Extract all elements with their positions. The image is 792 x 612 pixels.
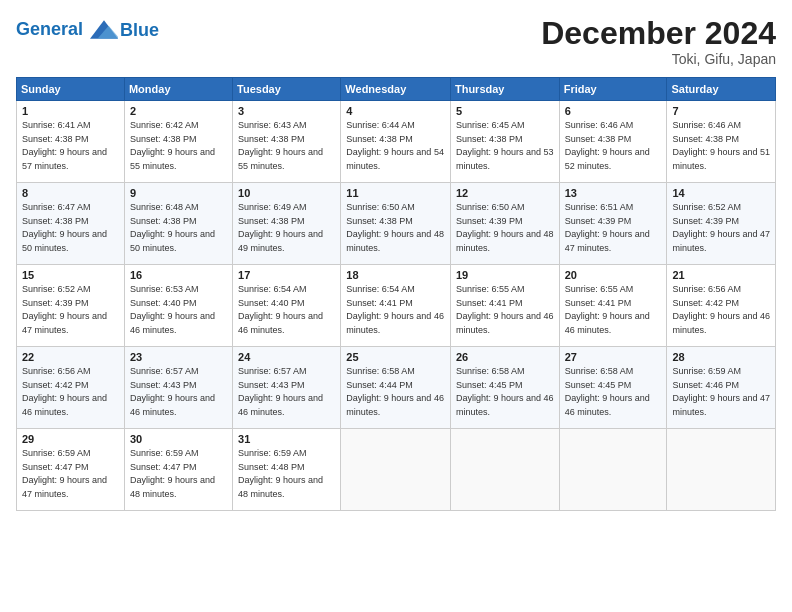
day-info: Sunrise: 6:54 AM Sunset: 4:41 PM Dayligh… — [346, 283, 445, 337]
table-row: 21 Sunrise: 6:56 AM Sunset: 4:42 PM Dayl… — [667, 265, 776, 347]
day-number: 30 — [130, 433, 227, 445]
day-number: 21 — [672, 269, 770, 281]
day-info: Sunrise: 6:59 AM Sunset: 4:48 PM Dayligh… — [238, 447, 335, 501]
day-number: 8 — [22, 187, 119, 199]
table-row: 9 Sunrise: 6:48 AM Sunset: 4:38 PM Dayli… — [124, 183, 232, 265]
day-number: 14 — [672, 187, 770, 199]
calendar-week-row: 29 Sunrise: 6:59 AM Sunset: 4:47 PM Dayl… — [17, 429, 776, 511]
table-row: 11 Sunrise: 6:50 AM Sunset: 4:38 PM Dayl… — [341, 183, 451, 265]
day-info: Sunrise: 6:59 AM Sunset: 4:47 PM Dayligh… — [130, 447, 227, 501]
calendar-week-row: 1 Sunrise: 6:41 AM Sunset: 4:38 PM Dayli… — [17, 101, 776, 183]
table-row: 24 Sunrise: 6:57 AM Sunset: 4:43 PM Dayl… — [233, 347, 341, 429]
logo-icon — [90, 16, 118, 44]
day-number: 29 — [22, 433, 119, 445]
calendar-header-row: Sunday Monday Tuesday Wednesday Thursday… — [17, 78, 776, 101]
table-row: 13 Sunrise: 6:51 AM Sunset: 4:39 PM Dayl… — [559, 183, 667, 265]
table-row: 30 Sunrise: 6:59 AM Sunset: 4:47 PM Dayl… — [124, 429, 232, 511]
day-number: 5 — [456, 105, 554, 117]
table-row: 17 Sunrise: 6:54 AM Sunset: 4:40 PM Dayl… — [233, 265, 341, 347]
day-number: 31 — [238, 433, 335, 445]
day-info: Sunrise: 6:52 AM Sunset: 4:39 PM Dayligh… — [22, 283, 119, 337]
day-info: Sunrise: 6:56 AM Sunset: 4:42 PM Dayligh… — [672, 283, 770, 337]
day-number: 26 — [456, 351, 554, 363]
day-info: Sunrise: 6:59 AM Sunset: 4:46 PM Dayligh… — [672, 365, 770, 419]
day-number: 2 — [130, 105, 227, 117]
page: General Blue December 2024 Toki, Gifu, J… — [0, 0, 792, 612]
location: Toki, Gifu, Japan — [541, 51, 776, 67]
logo-text-blue: Blue — [120, 20, 159, 41]
day-number: 20 — [565, 269, 662, 281]
day-number: 12 — [456, 187, 554, 199]
day-number: 13 — [565, 187, 662, 199]
table-row: 14 Sunrise: 6:52 AM Sunset: 4:39 PM Dayl… — [667, 183, 776, 265]
table-row: 28 Sunrise: 6:59 AM Sunset: 4:46 PM Dayl… — [667, 347, 776, 429]
day-info: Sunrise: 6:56 AM Sunset: 4:42 PM Dayligh… — [22, 365, 119, 419]
calendar-table: Sunday Monday Tuesday Wednesday Thursday… — [16, 77, 776, 511]
day-number: 18 — [346, 269, 445, 281]
day-number: 3 — [238, 105, 335, 117]
table-row: 19 Sunrise: 6:55 AM Sunset: 4:41 PM Dayl… — [450, 265, 559, 347]
day-info: Sunrise: 6:52 AM Sunset: 4:39 PM Dayligh… — [672, 201, 770, 255]
day-number: 16 — [130, 269, 227, 281]
col-friday: Friday — [559, 78, 667, 101]
table-row: 25 Sunrise: 6:58 AM Sunset: 4:44 PM Dayl… — [341, 347, 451, 429]
day-info: Sunrise: 6:44 AM Sunset: 4:38 PM Dayligh… — [346, 119, 445, 173]
table-row: 26 Sunrise: 6:58 AM Sunset: 4:45 PM Dayl… — [450, 347, 559, 429]
day-info: Sunrise: 6:47 AM Sunset: 4:38 PM Dayligh… — [22, 201, 119, 255]
day-info: Sunrise: 6:55 AM Sunset: 4:41 PM Dayligh… — [565, 283, 662, 337]
table-row: 18 Sunrise: 6:54 AM Sunset: 4:41 PM Dayl… — [341, 265, 451, 347]
day-number: 17 — [238, 269, 335, 281]
day-info: Sunrise: 6:54 AM Sunset: 4:40 PM Dayligh… — [238, 283, 335, 337]
table-row: 6 Sunrise: 6:46 AM Sunset: 4:38 PM Dayli… — [559, 101, 667, 183]
table-row: 22 Sunrise: 6:56 AM Sunset: 4:42 PM Dayl… — [17, 347, 125, 429]
table-row: 5 Sunrise: 6:45 AM Sunset: 4:38 PM Dayli… — [450, 101, 559, 183]
col-thursday: Thursday — [450, 78, 559, 101]
table-row — [667, 429, 776, 511]
day-info: Sunrise: 6:42 AM Sunset: 4:38 PM Dayligh… — [130, 119, 227, 173]
day-number: 1 — [22, 105, 119, 117]
day-info: Sunrise: 6:57 AM Sunset: 4:43 PM Dayligh… — [130, 365, 227, 419]
calendar-week-row: 15 Sunrise: 6:52 AM Sunset: 4:39 PM Dayl… — [17, 265, 776, 347]
table-row: 15 Sunrise: 6:52 AM Sunset: 4:39 PM Dayl… — [17, 265, 125, 347]
col-tuesday: Tuesday — [233, 78, 341, 101]
table-row: 31 Sunrise: 6:59 AM Sunset: 4:48 PM Dayl… — [233, 429, 341, 511]
day-number: 28 — [672, 351, 770, 363]
day-info: Sunrise: 6:58 AM Sunset: 4:44 PM Dayligh… — [346, 365, 445, 419]
day-info: Sunrise: 6:46 AM Sunset: 4:38 PM Dayligh… — [565, 119, 662, 173]
day-info: Sunrise: 6:58 AM Sunset: 4:45 PM Dayligh… — [565, 365, 662, 419]
day-info: Sunrise: 6:49 AM Sunset: 4:38 PM Dayligh… — [238, 201, 335, 255]
day-info: Sunrise: 6:41 AM Sunset: 4:38 PM Dayligh… — [22, 119, 119, 173]
day-number: 6 — [565, 105, 662, 117]
col-monday: Monday — [124, 78, 232, 101]
col-saturday: Saturday — [667, 78, 776, 101]
day-info: Sunrise: 6:50 AM Sunset: 4:39 PM Dayligh… — [456, 201, 554, 255]
day-number: 25 — [346, 351, 445, 363]
day-info: Sunrise: 6:51 AM Sunset: 4:39 PM Dayligh… — [565, 201, 662, 255]
table-row: 23 Sunrise: 6:57 AM Sunset: 4:43 PM Dayl… — [124, 347, 232, 429]
table-row: 7 Sunrise: 6:46 AM Sunset: 4:38 PM Dayli… — [667, 101, 776, 183]
day-info: Sunrise: 6:58 AM Sunset: 4:45 PM Dayligh… — [456, 365, 554, 419]
col-sunday: Sunday — [17, 78, 125, 101]
table-row: 8 Sunrise: 6:47 AM Sunset: 4:38 PM Dayli… — [17, 183, 125, 265]
day-number: 23 — [130, 351, 227, 363]
logo: General Blue — [16, 16, 159, 44]
table-row — [341, 429, 451, 511]
col-wednesday: Wednesday — [341, 78, 451, 101]
day-info: Sunrise: 6:45 AM Sunset: 4:38 PM Dayligh… — [456, 119, 554, 173]
day-number: 15 — [22, 269, 119, 281]
table-row: 20 Sunrise: 6:55 AM Sunset: 4:41 PM Dayl… — [559, 265, 667, 347]
day-number: 9 — [130, 187, 227, 199]
table-row — [559, 429, 667, 511]
month-title: December 2024 — [541, 16, 776, 51]
table-row: 12 Sunrise: 6:50 AM Sunset: 4:39 PM Dayl… — [450, 183, 559, 265]
day-number: 10 — [238, 187, 335, 199]
day-info: Sunrise: 6:48 AM Sunset: 4:38 PM Dayligh… — [130, 201, 227, 255]
table-row: 29 Sunrise: 6:59 AM Sunset: 4:47 PM Dayl… — [17, 429, 125, 511]
day-number: 11 — [346, 187, 445, 199]
day-info: Sunrise: 6:55 AM Sunset: 4:41 PM Dayligh… — [456, 283, 554, 337]
day-info: Sunrise: 6:43 AM Sunset: 4:38 PM Dayligh… — [238, 119, 335, 173]
day-info: Sunrise: 6:46 AM Sunset: 4:38 PM Dayligh… — [672, 119, 770, 173]
day-number: 22 — [22, 351, 119, 363]
day-number: 19 — [456, 269, 554, 281]
calendar-week-row: 22 Sunrise: 6:56 AM Sunset: 4:42 PM Dayl… — [17, 347, 776, 429]
